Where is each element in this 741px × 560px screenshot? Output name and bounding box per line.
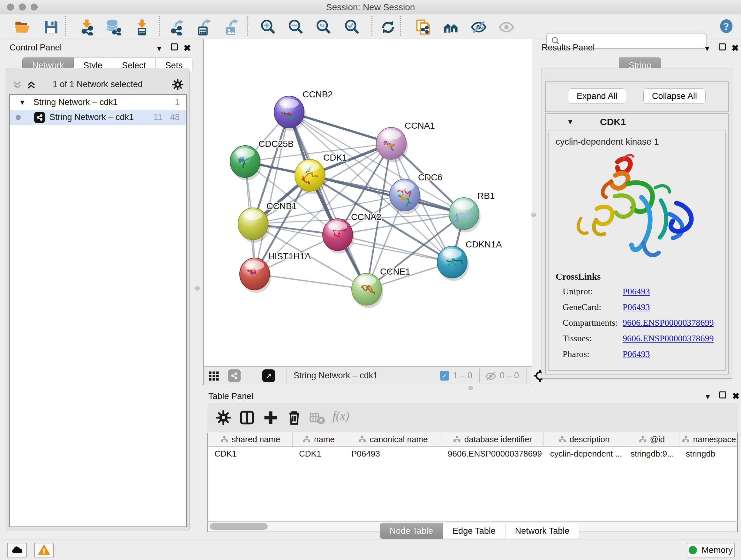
table-panel-float-button[interactable]: ▼ bbox=[704, 392, 711, 401]
table-cell[interactable]: CDK1 bbox=[293, 447, 345, 461]
entry-gene-name: CDK1 bbox=[600, 117, 626, 127]
birdseye-grid-icon[interactable] bbox=[208, 370, 219, 383]
import-network-database-button[interactable] bbox=[105, 19, 122, 36]
help-button[interactable]: ? bbox=[718, 18, 735, 35]
export-image-button[interactable] bbox=[223, 19, 240, 36]
table-row[interactable]: CDK1CDK1P064939606.ENSP00000378699cyclin… bbox=[208, 447, 737, 461]
table-panel-close-button[interactable]: ✖ bbox=[732, 391, 739, 401]
network-edge-count: 48 bbox=[170, 112, 180, 122]
import-table-button[interactable] bbox=[134, 19, 150, 36]
network-collection-label: String Network – cdk1 bbox=[33, 98, 118, 107]
crosslinks-section: CrossLinks Uniprot:P06493GeneCard:P06493… bbox=[556, 271, 722, 365]
main-toolbar: ? bbox=[0, 14, 741, 39]
results-panel-close-button[interactable]: ✖ bbox=[731, 43, 739, 53]
table-cell[interactable]: CDK1 bbox=[208, 447, 293, 461]
zoom-selected-button[interactable] bbox=[344, 19, 360, 36]
table-cell[interactable]: P06493 bbox=[345, 447, 441, 461]
table-cell[interactable]: stringdb bbox=[679, 447, 738, 461]
add-column-icon[interactable] bbox=[262, 409, 279, 426]
open-in-window-icon[interactable]: ↗ bbox=[262, 369, 275, 382]
string-results-body: Expand All Collapse All ▼ CDK1 cyclin-de… bbox=[542, 68, 732, 379]
node-label-CDK1: CDK1 bbox=[323, 152, 347, 163]
column-header-shared-name[interactable]: shared name bbox=[208, 433, 293, 446]
selected-node-edge-count: 1 – 0 bbox=[453, 371, 472, 381]
left-splitter-handle[interactable] bbox=[195, 286, 200, 291]
scrollbar-thumb[interactable] bbox=[210, 523, 268, 530]
crosslink-link[interactable]: 9606.ENSP00000378699 bbox=[623, 318, 714, 328]
zoom-fit-button[interactable] bbox=[315, 19, 332, 36]
network-view-name: String Network – cdk1 bbox=[293, 371, 378, 381]
memory-button[interactable]: Memory bbox=[687, 543, 735, 557]
hidden-eye-icon bbox=[485, 370, 496, 383]
table-cell[interactable]: stringdb:9... bbox=[624, 447, 679, 461]
table-options-gear-icon[interactable] bbox=[215, 409, 232, 426]
crosslink-row: Uniprot:P06493 bbox=[556, 287, 722, 297]
crosslink-row: Tissues:9606.ENSP00000378699 bbox=[556, 333, 722, 344]
refresh-button[interactable] bbox=[380, 19, 396, 36]
network-row[interactable]: String Network – cdk1 11 48 bbox=[10, 110, 186, 125]
right-splitter-handle[interactable] bbox=[531, 212, 536, 217]
network-node-RB1[interactable]: RB1 bbox=[449, 191, 495, 233]
save-session-button[interactable] bbox=[43, 19, 59, 36]
expand-all-button[interactable]: Expand All bbox=[568, 88, 626, 104]
network-collection-row[interactable]: ▼ String Network – cdk1 1 bbox=[10, 95, 186, 110]
column-header-database-identifier[interactable]: database identifier bbox=[441, 433, 544, 446]
collapse-all-button[interactable]: Collapse All bbox=[643, 88, 705, 104]
cloud-button[interactable] bbox=[7, 543, 27, 557]
selected-checkbox-icon[interactable]: ✓ bbox=[440, 371, 449, 381]
table-cell[interactable]: cyclin-dependent ... bbox=[544, 447, 624, 461]
network-node-CDC6[interactable]: CDC6 bbox=[390, 172, 442, 214]
crosslink-row: Pharos:P06493 bbox=[556, 349, 722, 359]
zoom-out-button[interactable] bbox=[287, 19, 304, 36]
hide-selected-button[interactable] bbox=[470, 19, 487, 36]
delete-column-trash-icon[interactable] bbox=[286, 409, 302, 426]
delete-table-icon[interactable] bbox=[309, 409, 326, 426]
network-canvas[interactable]: CCNB2CCNA1CDC25BCDK1CDC6RB1CCNB1CCNA2CDK… bbox=[203, 39, 532, 367]
network-node-HIST1H1A[interactable]: HIST1H1A bbox=[240, 251, 311, 293]
tab-network-table[interactable]: Network Table bbox=[506, 523, 580, 539]
node-label-RB1: RB1 bbox=[477, 191, 495, 201]
control-panel-maximize-button[interactable] bbox=[171, 44, 178, 52]
zoom-in-button[interactable] bbox=[260, 19, 276, 36]
tab-edge-table[interactable]: Edge Table bbox=[443, 523, 506, 539]
node-label-CCNB1: CCNB1 bbox=[266, 201, 297, 211]
entry-collapse-icon[interactable]: ▼ bbox=[567, 118, 574, 126]
tree-expand-icon[interactable]: ▼ bbox=[19, 98, 26, 107]
first-neighbors-button[interactable] bbox=[443, 19, 459, 36]
network-node-CDKN1A[interactable]: CDKN1A bbox=[437, 240, 502, 281]
crosslink-link[interactable]: 9606.ENSP00000378699 bbox=[623, 333, 714, 344]
export-table-button[interactable] bbox=[196, 19, 212, 36]
column-header-id[interactable]: @id bbox=[624, 433, 679, 446]
warnings-button[interactable] bbox=[34, 543, 54, 557]
export-network-button[interactable] bbox=[169, 19, 185, 36]
column-header-canonical-name[interactable]: canonical name bbox=[345, 433, 441, 446]
tab-node-table[interactable]: Node Table bbox=[380, 523, 443, 539]
crosslink-link[interactable]: P06493 bbox=[623, 287, 650, 297]
entry-header[interactable]: ▼ CDK1 bbox=[546, 114, 728, 129]
open-session-button[interactable] bbox=[14, 19, 30, 36]
network-node-CCNE1[interactable]: CCNE1 bbox=[352, 266, 410, 308]
column-header-description[interactable]: description bbox=[544, 433, 624, 446]
results-panel-maximize-button[interactable] bbox=[719, 44, 726, 52]
column-header-name[interactable]: name bbox=[293, 433, 345, 446]
network-share-icon[interactable] bbox=[228, 369, 241, 382]
expand-collapse-bar: Expand All Collapse All bbox=[545, 81, 729, 112]
crosslink-link[interactable]: P06493 bbox=[623, 349, 650, 359]
crosslink-row: GeneCard:P06493 bbox=[556, 302, 722, 312]
table-cell[interactable]: 9606.ENSP00000378699 bbox=[441, 447, 544, 461]
clone-network-button[interactable] bbox=[415, 19, 431, 36]
node-label-CCNE1: CCNE1 bbox=[380, 266, 410, 276]
results-panel-float-button[interactable]: ▼ bbox=[704, 44, 711, 53]
table-panel-maximize-button[interactable] bbox=[719, 391, 726, 400]
control-panel-close-button[interactable]: ✖ bbox=[184, 43, 191, 53]
crosslink-link[interactable]: P06493 bbox=[623, 302, 650, 312]
memory-status-dot-icon bbox=[689, 546, 697, 554]
column-header-namespace[interactable]: namespace bbox=[679, 433, 738, 446]
network-options-gear-icon[interactable] bbox=[172, 78, 184, 92]
show-all-button[interactable] bbox=[498, 19, 515, 36]
show-columns-icon[interactable] bbox=[239, 409, 255, 426]
import-network-file-button[interactable] bbox=[78, 19, 95, 36]
table-panel: Table Panel ▼ ✖ f(x) shared namenamecano… bbox=[203, 386, 741, 540]
control-panel-float-button[interactable]: ▼ bbox=[156, 44, 163, 53]
function-builder-icon[interactable]: f(x) bbox=[333, 409, 349, 423]
